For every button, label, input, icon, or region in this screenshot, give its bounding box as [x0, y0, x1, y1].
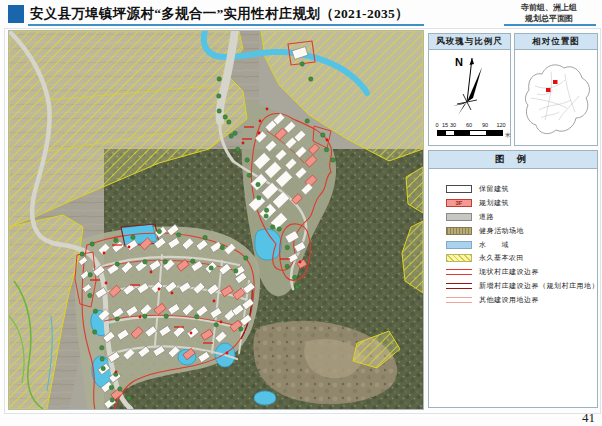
windrose-scale-panel: 风玫瑰与比例尺 N 0 15 30 60 90 120 — [428, 33, 511, 146]
road-swatch — [446, 213, 472, 221]
map-label-mark — [280, 258, 290, 260]
tree-marker — [285, 245, 289, 249]
location-panel: 相对位置图 — [514, 33, 598, 146]
tree-marker — [247, 173, 251, 177]
tree-marker — [217, 94, 221, 98]
scale-tick: 0 — [435, 122, 438, 128]
satellite-planning-map — [8, 30, 424, 410]
tree-marker — [220, 245, 224, 249]
legend-item-road: 道路 — [429, 210, 597, 224]
map-label-mark — [130, 284, 140, 286]
scale-tick: 60 — [466, 122, 472, 128]
tree-marker — [214, 323, 218, 327]
windrose-icon: N — [429, 50, 510, 120]
tree-marker — [93, 309, 97, 313]
tree-marker — [80, 252, 84, 256]
tree-marker — [227, 120, 231, 124]
drawing-subtitle: 寺前组、洲上组 规划总平面图 — [500, 3, 598, 25]
tree-marker — [109, 385, 113, 389]
tree-marker — [115, 317, 119, 321]
tree-marker — [229, 134, 233, 138]
facility-dot — [190, 332, 193, 335]
fitness-ground-swatch — [446, 227, 472, 235]
tree-marker — [164, 314, 168, 318]
tree-marker — [331, 158, 335, 162]
legend-item-retained-building: 保留建筑 — [429, 182, 597, 196]
location-panel-title: 相对位置图 — [515, 34, 597, 50]
tree-marker — [115, 262, 119, 266]
new-boundary-swatch — [446, 283, 472, 289]
tree-marker — [93, 330, 97, 334]
tree-marker — [217, 109, 221, 113]
tree-marker — [244, 256, 248, 260]
tree-marker — [114, 238, 118, 242]
tree-marker — [293, 275, 297, 279]
tree-marker — [324, 147, 328, 151]
tree-marker — [131, 235, 135, 239]
facility-dot — [266, 108, 269, 111]
page-number: 41 — [582, 410, 595, 426]
facility-dot — [220, 321, 223, 324]
windrose-panel-title: 风玫瑰与比例尺 — [429, 34, 510, 50]
map-canvas — [9, 31, 423, 409]
legend-item-new-boundary: 新增村庄建设边界（规划村庄用地） — [429, 279, 597, 293]
facility-dot — [128, 246, 131, 249]
map-label-mark — [112, 244, 122, 246]
tree-marker — [305, 119, 309, 123]
tree-marker — [271, 225, 275, 229]
tree-marker — [264, 208, 268, 212]
facility-dot — [226, 352, 229, 355]
tree-marker — [295, 285, 299, 289]
page-title: 安义县万埠镇坪源村“多规合一”实用性村庄规划（2021-2035） — [30, 5, 500, 23]
legend-item-fitness-ground: 健身活动场地 — [429, 224, 597, 238]
map-label-mark — [242, 138, 252, 140]
legend-item-planned-building: 3F 规划建筑 — [429, 196, 597, 210]
facility-dot — [213, 300, 216, 303]
facility-dot — [299, 261, 302, 264]
tree-marker — [88, 293, 92, 297]
scale-tick: 90 — [482, 122, 488, 128]
tree-marker — [209, 266, 213, 270]
legend-item-other-boundary: 其他建设用地边界 — [429, 293, 597, 307]
existing-boundary-swatch — [446, 269, 472, 275]
facility-dot — [150, 271, 153, 274]
other-boundary-swatch — [446, 297, 472, 303]
scale-tick: 30 — [450, 122, 456, 128]
facility-dot — [326, 139, 329, 142]
tree-marker — [163, 260, 167, 264]
site-marker — [546, 88, 551, 92]
legend-item-existing-boundary: 现状村庄建设边界 — [429, 265, 597, 279]
tree-marker — [100, 357, 104, 361]
tree-marker — [176, 233, 180, 237]
tree-marker — [88, 273, 92, 277]
tree-marker — [217, 77, 221, 81]
scale-tick: 120 — [496, 122, 505, 128]
tree-marker — [234, 269, 238, 273]
tree-marker — [235, 147, 239, 151]
tree-marker — [309, 77, 313, 81]
map-label-mark — [174, 326, 184, 328]
tree-marker — [143, 260, 147, 264]
tree-marker — [191, 259, 195, 263]
tree-marker — [223, 115, 227, 119]
tree-marker — [157, 229, 161, 233]
tree-marker — [90, 242, 94, 246]
facility-dot — [139, 316, 142, 319]
county-outline-map — [515, 50, 597, 146]
site-marker — [553, 80, 558, 84]
water-swatch — [446, 241, 472, 249]
farmland-swatch — [446, 254, 472, 262]
tree-marker — [264, 214, 268, 218]
map-label-mark — [203, 342, 213, 344]
title-underline — [28, 24, 424, 26]
scale-bar: 0 15 30 60 90 120 米 — [437, 122, 511, 138]
tree-marker — [300, 62, 304, 66]
legend-list: 保留建筑 3F 规划建筑 道路 健身活动场地 水 域 永久基本农田 — [429, 169, 597, 307]
tree-marker — [110, 398, 114, 402]
facility-dot — [259, 120, 262, 123]
map-label-mark — [244, 126, 254, 128]
tree-marker — [118, 387, 122, 391]
planned-building-swatch: 3F — [446, 199, 472, 207]
facility-dot — [105, 282, 108, 285]
legend-panel: 图 例 保留建筑 3F 规划建筑 道路 健身活动场地 水 域 — [428, 150, 598, 408]
